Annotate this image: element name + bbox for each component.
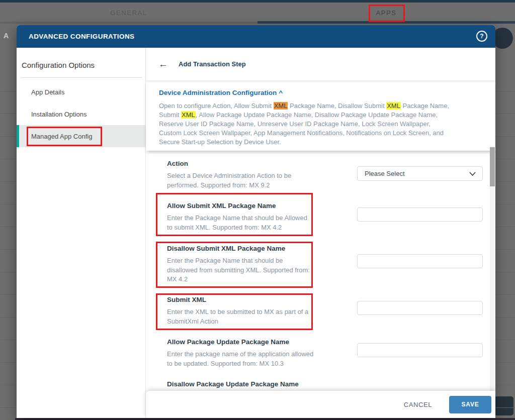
configuration-sidebar: Configuration Options App DetailsInstall…: [17, 48, 146, 418]
field-label: Disallow Package Update Package Name: [167, 380, 314, 388]
field-label: Allow Submit XML Package Name: [167, 202, 314, 209]
field-input[interactable]: [357, 254, 483, 268]
field-description: Enter the Package Name that should be di…: [167, 256, 314, 284]
dialog-content: ← Add Transaction Step Device Administra…: [146, 48, 495, 418]
field-text: Disallow Submit XML Package NameEnter th…: [167, 245, 314, 284]
scrollbar-track[interactable]: [490, 146, 495, 391]
help-button[interactable]: ?: [476, 31, 487, 42]
tab-apps[interactable]: APPS: [258, 3, 515, 23]
sidebar-heading: Configuration Options: [22, 61, 145, 69]
field-text: Disallow Package Update Package Name: [167, 380, 314, 388]
sidebar-divider: [22, 77, 142, 78]
sidebar-item-label: Installation Options: [31, 111, 87, 118]
question-mark-icon: ?: [480, 33, 483, 40]
section-header: Device Administration Configuration^ Ope…: [146, 80, 495, 151]
field-label: Disallow Submit XML Package Name: [167, 245, 314, 252]
back-arrow-icon[interactable]: ←: [158, 59, 168, 69]
sidebar-item-managed-app-config[interactable]: Managed App Config: [17, 125, 145, 147]
search-highlight: XML: [386, 102, 401, 110]
search-highlight: XML: [181, 111, 196, 119]
field-description: Enter the XML to be submitted to MX as p…: [167, 307, 314, 326]
page-title: Add Transaction Step: [179, 60, 246, 68]
tab-general[interactable]: GENERAL: [0, 3, 258, 23]
tab-label: GENERAL: [110, 9, 147, 17]
active-tab-underline: [258, 21, 515, 24]
sidebar-item-app-details[interactable]: App Details: [17, 81, 145, 103]
fields-area: ActionSelect a Device Administration Act…: [146, 151, 495, 391]
sidebar-list: App DetailsInstallation OptionsManaged A…: [17, 81, 145, 147]
background-dark-button: [494, 396, 513, 415]
field-text: Allow Submit XML Package NameEnter the P…: [167, 202, 314, 232]
dialog-footer: CANCEL SAVE: [146, 391, 495, 418]
collapse-caret-icon: ^: [279, 89, 283, 96]
tab-label: APPS: [376, 9, 396, 17]
sidebar-item-label: Managed App Config: [31, 133, 92, 140]
dialog-header: ADVANCED CONFIGURATIONS ?: [17, 25, 495, 48]
field-description: Enter the package name of the applicatio…: [167, 350, 314, 368]
chevron-down-icon: [469, 172, 476, 176]
background-text-fragment: A: [4, 32, 9, 40]
field-input[interactable]: [357, 301, 483, 315]
section-description: Open to configure Action, Allow Submit X…: [159, 101, 450, 147]
field-select[interactable]: Please Select: [357, 166, 483, 181]
field-text: Allow Package Update Package NameEnter t…: [167, 338, 314, 368]
field-description: Select a Device Administration Action to…: [167, 171, 314, 190]
tab-divider: [0, 22, 258, 24]
field-label: Action: [167, 160, 314, 167]
field-input[interactable]: [357, 343, 483, 357]
field-text: Submit XMLEnter the XML to be submitted …: [167, 296, 314, 326]
field-label: Submit XML: [167, 296, 314, 303]
sidebar-item-installation-options[interactable]: Installation Options: [17, 103, 145, 125]
sidebar-item-label: App Details: [31, 88, 64, 96]
field-text: ActionSelect a Device Administration Act…: [167, 160, 314, 190]
field-label: Allow Package Update Package Name: [167, 338, 314, 346]
dialog-title: ADVANCED CONFIGURATIONS: [29, 33, 134, 40]
background-bottom-bar: [15, 418, 515, 420]
scrollbar-thumb[interactable]: [490, 147, 495, 186]
advanced-configurations-dialog: ADVANCED CONFIGURATIONS ? Configuration …: [17, 25, 495, 418]
field-input[interactable]: [357, 207, 483, 222]
transaction-step-header: ← Add Transaction Step: [146, 48, 495, 81]
select-value: Please Select: [365, 170, 405, 177]
search-highlight: XML: [274, 102, 288, 110]
field-description: Enter the Package Name that should be Al…: [167, 214, 314, 232]
dialog-body: Configuration Options App DetailsInstall…: [17, 48, 495, 418]
section-title[interactable]: Device Administration Configuration^: [159, 89, 283, 96]
save-button[interactable]: SAVE: [449, 396, 491, 413]
cancel-button[interactable]: CANCEL: [404, 401, 432, 408]
tab-bar: GENERALAPPS: [0, 3, 515, 23]
